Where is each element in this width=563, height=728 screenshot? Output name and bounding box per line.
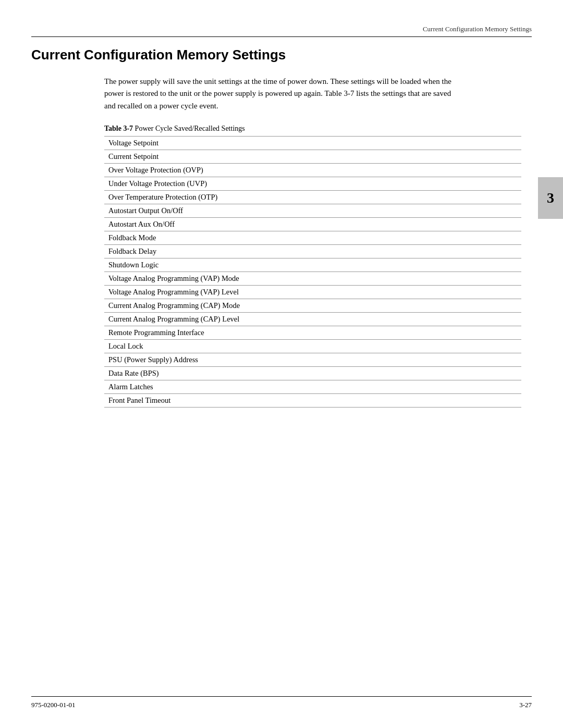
table-cell: Alarm Latches: [104, 380, 521, 393]
table-cell: Remote Programming Interface: [104, 326, 521, 339]
table-row: Voltage Analog Programming (VAP) Level: [104, 285, 521, 299]
header-text: Current Configuration Memory Settings: [423, 25, 532, 33]
page-container: Current Configuration Memory Settings 3 …: [0, 0, 563, 728]
table-row: Data Rate (BPS): [104, 366, 521, 380]
table-row: Shutdown Logic: [104, 258, 521, 272]
table-row: Front Panel Timeout: [104, 393, 521, 407]
table-cell: Front Panel Timeout: [104, 393, 521, 407]
content-area: Current Configuration Memory Settings Th…: [31, 47, 521, 408]
table-cell: Autostart Output On/Off: [104, 204, 521, 217]
page-footer: 975-0200-01-01 3-27: [31, 696, 532, 709]
table-cell: Foldback Mode: [104, 231, 521, 244]
table-cell: Current Analog Programming (CAP) Mode: [104, 299, 521, 312]
footer-right: 3-27: [519, 701, 532, 709]
table-cell: PSU (Power Supply) Address: [104, 353, 521, 366]
table-row: Autostart Output On/Off: [104, 204, 521, 217]
footer-left: 975-0200-01-01: [31, 701, 76, 709]
table-row: PSU (Power Supply) Address: [104, 353, 521, 366]
table-cell: Current Analog Programming (CAP) Level: [104, 312, 521, 326]
page-title: Current Configuration Memory Settings: [31, 47, 521, 63]
page-header: Current Configuration Memory Settings: [423, 25, 532, 33]
table-row: Under Voltage Protection (UVP): [104, 177, 521, 190]
chapter-tab: 3: [538, 177, 563, 219]
table-cell: Voltage Analog Programming (VAP) Mode: [104, 272, 521, 285]
table-cell: Under Voltage Protection (UVP): [104, 177, 521, 190]
table-cell: Foldback Delay: [104, 244, 521, 258]
table-cell: Over Voltage Protection (OVP): [104, 163, 521, 177]
table-row: Foldback Delay: [104, 244, 521, 258]
table-row: Foldback Mode: [104, 231, 521, 244]
chapter-number: 3: [547, 190, 554, 206]
table-cell: Voltage Setpoint: [104, 136, 521, 150]
table-section: Table 3-7 Power Cycle Saved/Recalled Set…: [104, 125, 521, 408]
table-cell: Local Lock: [104, 339, 521, 353]
table-row: Voltage Analog Programming (VAP) Mode: [104, 272, 521, 285]
table-row: Over Voltage Protection (OVP): [104, 163, 521, 177]
table-row: Local Lock: [104, 339, 521, 353]
table-row: Over Temperature Protection (OTP): [104, 190, 521, 204]
table-row: Current Analog Programming (CAP) Mode: [104, 299, 521, 312]
intro-paragraph: The power supply will save the unit sett…: [104, 76, 459, 112]
table-row: Autostart Aux On/Off: [104, 217, 521, 231]
table-cell: Voltage Analog Programming (VAP) Level: [104, 285, 521, 299]
table-row: Current Analog Programming (CAP) Level: [104, 312, 521, 326]
table-cell: Autostart Aux On/Off: [104, 217, 521, 231]
table-cell: Over Temperature Protection (OTP): [104, 190, 521, 204]
settings-table: Voltage SetpointCurrent SetpointOver Vol…: [104, 136, 521, 408]
table-cell: Shutdown Logic: [104, 258, 521, 272]
table-cell: Current Setpoint: [104, 150, 521, 163]
table-row: Alarm Latches: [104, 380, 521, 393]
table-caption: Table 3-7 Power Cycle Saved/Recalled Set…: [104, 125, 521, 133]
table-row: Current Setpoint: [104, 150, 521, 163]
table-row: Voltage Setpoint: [104, 136, 521, 150]
table-caption-text: Power Cycle Saved/Recalled Settings: [133, 125, 245, 132]
header-rule: [31, 36, 532, 37]
table-row: Remote Programming Interface: [104, 326, 521, 339]
table-cell: Data Rate (BPS): [104, 366, 521, 380]
table-label: Table 3-7: [104, 125, 133, 132]
